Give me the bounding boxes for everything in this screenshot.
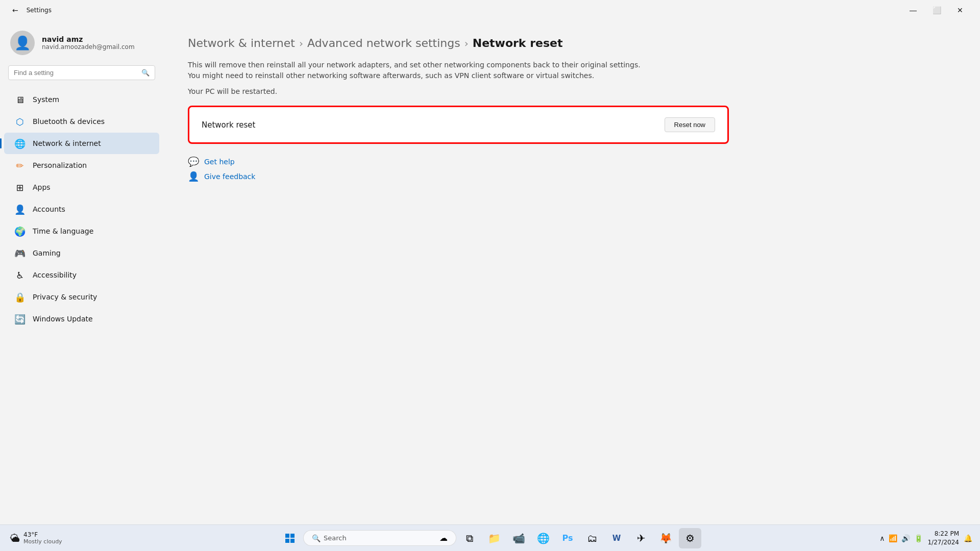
file-explorer-button[interactable]: 📁	[483, 528, 505, 548]
network-status-icon[interactable]: 📶	[887, 532, 899, 544]
breadcrumb-sep-2: ›	[464, 37, 469, 49]
user-profile: 👤 navid amz navid.amoozadeh@gmail.com	[0, 20, 163, 63]
svg-rect-3	[290, 539, 295, 543]
system-icon: 🖥	[14, 94, 26, 105]
settings-window: ← Settings — ⬜ ✕ 👤 navid amz navid.amooz…	[0, 0, 980, 551]
telegram-icon: ✈	[637, 532, 646, 544]
firefox-button[interactable]: 🦊	[654, 528, 677, 548]
svg-rect-1	[290, 534, 295, 538]
sidebar-item-label: Network & internet	[33, 139, 101, 147]
taskbar: 🌥 43°F Mostly cloudy 🔍 Search	[0, 524, 980, 551]
sidebar-item-label: Apps	[33, 183, 51, 191]
task-view-button[interactable]: ⧉	[458, 528, 481, 548]
search-box[interactable]: 🔍	[8, 65, 155, 80]
bluetooth-icon: ⬡	[14, 116, 26, 127]
sidebar-item-label: Accessibility	[33, 271, 77, 279]
user-name: navid amz	[42, 35, 135, 43]
svg-rect-0	[285, 534, 289, 538]
taskbar-cloud-icon: ☁	[439, 533, 448, 543]
app-body: 👤 navid amz navid.amoozadeh@gmail.com 🔍 …	[0, 20, 980, 524]
settings-button[interactable]: ⚙	[679, 528, 701, 548]
sidebar-item-label: Privacy & security	[33, 293, 97, 301]
start-button[interactable]	[279, 528, 301, 548]
taskbar-left: 🌥 43°F Mostly cloudy	[6, 529, 66, 547]
word-button[interactable]: W	[605, 528, 628, 548]
clock[interactable]: 8:22 PM 1/27/2024	[927, 530, 959, 547]
sidebar: 👤 navid amz navid.amoozadeh@gmail.com 🔍 …	[0, 20, 163, 524]
maximize-button[interactable]: ⬜	[925, 2, 948, 18]
sidebar-item-apps[interactable]: ⊞ Apps	[4, 177, 159, 198]
sidebar-item-system[interactable]: 🖥 System	[4, 89, 159, 110]
teams-button[interactable]: 📹	[507, 528, 530, 548]
chrome-button[interactable]: 🌐	[532, 528, 554, 548]
user-email: navid.amoozadeh@gmail.com	[42, 43, 135, 51]
title-bar-controls: — ⬜ ✕	[901, 2, 972, 18]
update-icon: 🔄	[14, 313, 26, 324]
photoshop-button[interactable]: Ps	[556, 528, 579, 548]
apps-icon: ⊞	[14, 182, 26, 193]
system-icons: ∧ 📶 🔊 🔋	[878, 532, 924, 544]
reset-now-button[interactable]: Reset now	[665, 117, 715, 132]
sidebar-item-label: System	[33, 95, 59, 104]
sidebar-item-accessibility[interactable]: ♿ Accessibility	[4, 264, 159, 286]
user-info: navid amz navid.amoozadeh@gmail.com	[42, 35, 135, 51]
volume-icon[interactable]: 🔊	[900, 532, 912, 544]
restart-notice: Your PC will be restarted.	[188, 87, 955, 95]
notification-icon[interactable]: 🔔	[962, 532, 974, 544]
breadcrumb-sep-1: ›	[299, 37, 303, 49]
minimize-button[interactable]: —	[901, 2, 925, 18]
network-reset-card: Network reset Reset now	[188, 106, 729, 144]
firefox-icon: 🦊	[659, 532, 672, 544]
start-icon	[285, 534, 295, 543]
weather-icon: 🌥	[10, 532, 20, 544]
sidebar-item-label: Time & language	[33, 227, 93, 235]
chrome-icon: 🌐	[537, 532, 550, 544]
title-bar-left: ← Settings	[8, 4, 52, 16]
sidebar-item-update[interactable]: 🔄 Windows Update	[4, 308, 159, 330]
taskbar-search[interactable]: 🔍 Search ☁	[303, 530, 456, 546]
telegram-button[interactable]: ✈	[630, 528, 652, 548]
sidebar-item-gaming[interactable]: 🎮 Gaming	[4, 242, 159, 264]
search-input[interactable]	[14, 69, 137, 77]
breadcrumb-network[interactable]: Network & internet	[188, 37, 295, 49]
battery-icon[interactable]: 🔋	[913, 532, 924, 544]
breadcrumb-advanced[interactable]: Advanced network settings	[307, 37, 460, 49]
sidebar-item-label: Accounts	[33, 205, 65, 213]
sidebar-item-accounts[interactable]: 👤 Accounts	[4, 198, 159, 220]
sidebar-item-label: Gaming	[33, 249, 61, 257]
nav-items: 🖥 System ⬡ Bluetooth & devices 🌐 Network…	[0, 86, 163, 332]
avatar: 👤	[10, 31, 35, 55]
get-help-label: Get help	[204, 158, 235, 166]
sidebar-item-time[interactable]: 🌍 Time & language	[4, 220, 159, 242]
sidebar-item-network[interactable]: 🌐 Network & internet	[4, 133, 159, 154]
weather-info: 43°F Mostly cloudy	[23, 531, 62, 545]
weather-widget[interactable]: 🌥 43°F Mostly cloudy	[6, 529, 66, 547]
taskbar-center: 🔍 Search ☁ ⧉ 📁 📹 🌐 Ps 🗂	[279, 528, 701, 548]
title-bar: ← Settings — ⬜ ✕	[0, 0, 980, 20]
help-links: 💬 Get help 👤 Give feedback	[188, 156, 955, 182]
get-help-link[interactable]: 💬 Get help	[188, 156, 955, 167]
sidebar-item-label: Personalization	[33, 161, 87, 169]
chevron-up-icon[interactable]: ∧	[878, 532, 886, 544]
sidebar-item-personalization[interactable]: ✏ Personalization	[4, 155, 159, 176]
search-icon: 🔍	[141, 69, 150, 77]
back-button[interactable]: ←	[8, 4, 22, 16]
file-manager-button[interactable]: 🗂	[581, 528, 603, 548]
task-view-icon: ⧉	[466, 532, 473, 544]
taskbar-search-label: Search	[324, 534, 347, 542]
personalization-icon: ✏	[14, 160, 26, 171]
sidebar-item-label: Bluetooth & devices	[33, 117, 105, 126]
sidebar-item-label: Windows Update	[33, 315, 93, 323]
sidebar-item-bluetooth[interactable]: ⬡ Bluetooth & devices	[4, 111, 159, 132]
taskbar-right: ∧ 📶 🔊 🔋 8:22 PM 1/27/2024 🔔	[878, 530, 974, 547]
close-button[interactable]: ✕	[948, 2, 972, 18]
teams-icon: 📹	[512, 532, 525, 544]
give-feedback-label: Give feedback	[204, 172, 255, 181]
taskbar-search-icon: 🔍	[312, 534, 321, 542]
breadcrumb-current: Network reset	[473, 37, 563, 49]
breadcrumb: Network & internet › Advanced network se…	[188, 37, 955, 49]
clock-time: 8:22 PM	[927, 530, 959, 538]
sidebar-item-privacy[interactable]: 🔒 Privacy & security	[4, 286, 159, 308]
give-feedback-link[interactable]: 👤 Give feedback	[188, 171, 955, 182]
reset-card-label: Network reset	[202, 120, 255, 130]
